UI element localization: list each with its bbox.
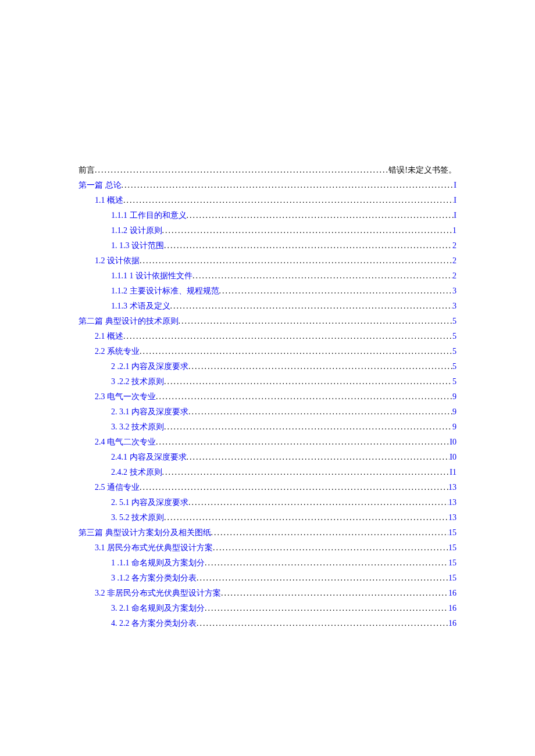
toc-entry: 1.1.1 1 设计依据性文件2: [79, 268, 456, 284]
toc-entry-title[interactable]: 第一篇 总论: [79, 178, 122, 193]
toc-entry-title[interactable]: 2.2 系统专业: [95, 344, 140, 359]
toc-entry: 4. 2.2 各方案分类划分表16: [79, 616, 456, 631]
toc-entry-title[interactable]: 1 .1.1 命名规则及方案划分: [111, 556, 205, 571]
toc-entry-page[interactable]: 9: [452, 420, 456, 435]
toc-entry-title[interactable]: 1. 1.3 设计范围: [111, 238, 164, 253]
toc-entry: 1.1.3 术语及定义3: [79, 299, 456, 314]
toc-entry: 1.1.2 主要设计标准、规程规范3: [79, 284, 456, 299]
toc-entry-page[interactable]: 15: [448, 556, 456, 571]
toc-entry: 1 .1.1 命名规则及方案划分 15: [79, 556, 456, 571]
toc-entry-page[interactable]: 15: [448, 525, 456, 540]
toc-entry-page[interactable]: 5: [452, 359, 456, 374]
toc-entry: 2.1 概述5: [79, 329, 456, 344]
toc-entry-title[interactable]: 第二篇 典型设计的技术原则: [79, 314, 179, 329]
toc-entry-title[interactable]: 2 .2.1 内容及深度要求: [111, 359, 188, 374]
toc-entry-title[interactable]: 2. 5.1 内容及深度要求: [111, 495, 188, 510]
toc-entry: 2. 3.1 内容及深度要求9: [79, 404, 456, 420]
toc-entry: 1.2 设计依据2: [79, 253, 456, 268]
toc-entry-title[interactable]: 4. 2.2 各方案分类划分表: [111, 616, 197, 631]
toc-entry-page[interactable]: 5: [452, 344, 456, 359]
toc-entry-page[interactable]: 13: [448, 495, 456, 510]
toc-entry-page[interactable]: 15: [448, 571, 456, 586]
toc-entry-title[interactable]: 3 .2.2 技术原则: [111, 374, 164, 389]
toc-entry: 3.2 非居民分布式光伏典型设计方案16: [79, 586, 456, 601]
toc-entry-title[interactable]: 2. 3.1 内容及深度要求: [111, 404, 188, 420]
toc-entry-title[interactable]: 1.1.2 主要设计标准、规程规范: [111, 284, 219, 299]
toc-entry-page[interactable]: 5: [452, 374, 456, 389]
toc-leader-dots: [123, 193, 454, 208]
toc-entry: 2.4.2 技术原则I1: [79, 465, 456, 480]
toc-leader-dots: [95, 163, 388, 178]
toc-entry-title[interactable]: 第三篇 典型设计方案划分及相关图纸: [79, 525, 211, 540]
toc-leader-dots: [197, 616, 448, 631]
toc-entry-page[interactable]: 3: [452, 284, 456, 299]
toc-leader-dots: [213, 540, 448, 556]
toc-entry-title[interactable]: 1.1 概述: [95, 193, 123, 208]
toc-entry: 3. 3.2 技术原则9: [79, 420, 456, 435]
toc-entry-page[interactable]: I: [454, 193, 456, 208]
toc-entry-page[interactable]: I0: [450, 435, 456, 450]
toc-entry-title[interactable]: 3. 5.2 技术原则: [111, 510, 164, 525]
toc-leader-dots: [188, 404, 452, 420]
toc-entry-page[interactable]: 13: [448, 510, 456, 525]
toc-leader-dots: [188, 495, 448, 510]
toc-entry: 前言错误!未定义书签。: [79, 163, 456, 178]
toc-entry-title[interactable]: 1.2 设计依据: [95, 253, 140, 268]
toc-entry: 第二篇 典型设计的技术原则5: [79, 314, 456, 329]
toc-entry-title[interactable]: 2.5 通信专业: [95, 480, 140, 495]
toc-leader-dots: [164, 374, 452, 389]
toc-entry-page[interactable]: 2: [452, 268, 456, 284]
toc-entry-title[interactable]: 2.4.1 内容及深度要求: [111, 450, 187, 465]
toc-entry-page[interactable]: 2: [452, 238, 456, 253]
toc-entry-title[interactable]: 3.1 居民分布式光伏典型设计方案: [95, 540, 213, 556]
toc-leader-dots: [122, 178, 454, 193]
toc-entry-page[interactable]: 5: [452, 314, 456, 329]
toc-entry-page[interactable]: 16: [448, 601, 456, 616]
toc-entry-title[interactable]: 3 .1.2 各方案分类划分表: [111, 571, 197, 586]
toc-entry: 第三篇 典型设计方案划分及相关图纸15: [79, 525, 456, 540]
toc-entry-page[interactable]: I: [454, 178, 456, 193]
toc-entry-page[interactable]: 15: [448, 540, 456, 556]
toc-entry-page[interactable]: I0: [450, 450, 456, 465]
toc-entry-title[interactable]: 2.4.2 技术原则: [111, 465, 162, 480]
toc-leader-dots: [197, 571, 448, 586]
toc-entry: 3 .1.2 各方案分类划分表15: [79, 571, 456, 586]
toc-entry: 3. 2.1 命名规则及方案划分16: [79, 601, 456, 616]
toc-entry-page[interactable]: 1: [452, 223, 456, 238]
toc-leader-dots: [205, 601, 448, 616]
toc-entry-title[interactable]: 1.1.1 工作目的和意义: [111, 208, 187, 223]
toc-entry-page[interactable]: 2: [452, 253, 456, 268]
toc-entry-title[interactable]: 3.2 非居民分布式光伏典型设计方案: [95, 586, 221, 601]
toc-leader-dots: [188, 359, 452, 374]
toc-entry-page[interactable]: 16: [448, 616, 456, 631]
toc-leader-dots: [211, 525, 449, 540]
toc-entry-title[interactable]: 3. 2.1 命名规则及方案划分: [111, 601, 205, 616]
toc-entry-title[interactable]: 2.1 概述: [95, 329, 123, 344]
toc-entry-page[interactable]: 13: [448, 480, 456, 495]
toc-entry-page[interactable]: 5: [452, 329, 456, 344]
toc-entry-title[interactable]: 1.1.2 设计原则: [111, 223, 162, 238]
toc-entry-page[interactable]: I1: [450, 465, 456, 480]
toc-leader-dots: [219, 284, 453, 299]
toc-entry-title[interactable]: 1.1.3 术语及定义: [111, 299, 170, 314]
toc-entry: 3.1 居民分布式光伏典型设计方案15: [79, 540, 456, 556]
toc-leader-dots: [187, 450, 450, 465]
toc-leader-dots: [156, 389, 452, 404]
toc-entry-title[interactable]: 3. 3.2 技术原则: [111, 420, 164, 435]
toc-entry-title[interactable]: 2.4 电气二次专业: [95, 435, 156, 450]
toc-entry: 2.5 通信专业13: [79, 480, 456, 495]
toc-entry-page[interactable]: 16: [448, 586, 456, 601]
toc-leader-dots: [164, 238, 452, 253]
toc-entry: 1.1.2 设计原则1: [79, 223, 456, 238]
toc-leader-dots: [192, 268, 452, 284]
toc-entry-title: 前言: [79, 163, 95, 178]
toc-entry: 2.2 系统专业5: [79, 344, 456, 359]
toc-entry-page[interactable]: I: [454, 208, 456, 223]
toc-leader-dots: [162, 223, 453, 238]
toc-entry-title[interactable]: 1.1.1 1 设计依据性文件: [111, 268, 192, 284]
toc-entry-page[interactable]: 3: [452, 299, 456, 314]
toc-leader-dots: [179, 314, 453, 329]
toc-entry-page[interactable]: 9: [452, 404, 456, 420]
toc-entry-page[interactable]: 9: [452, 389, 456, 404]
toc-entry-title[interactable]: 2.3 电气一次专业: [95, 389, 156, 404]
